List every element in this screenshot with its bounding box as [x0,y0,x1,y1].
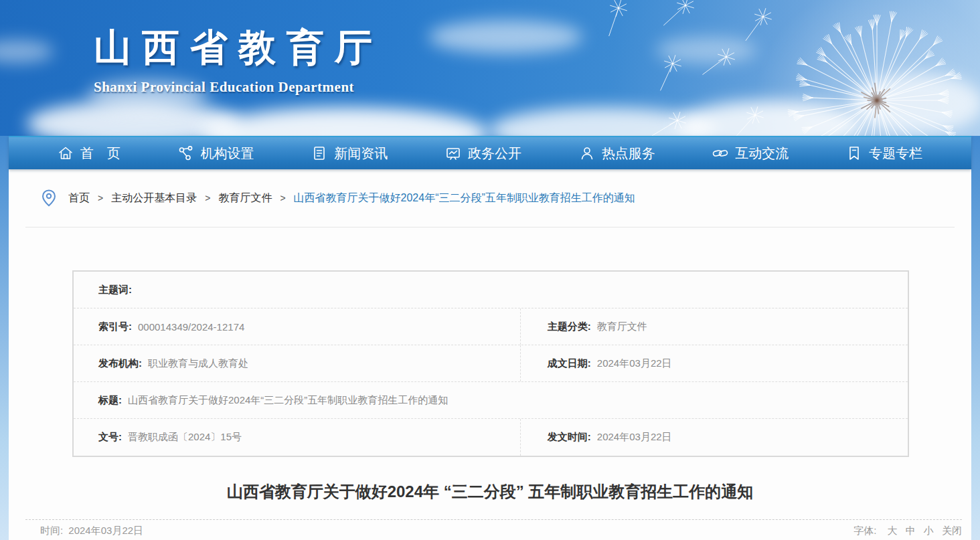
page-root: 山西省教育厅 Shanxi Provincial Education Depar… [0,0,980,540]
gov-affairs-board-icon [445,145,461,161]
meta-label: 发布机构: [98,357,142,370]
content-container: 首 页 机构设置 新闻资讯 政务公开 热点服务 [9,136,971,540]
meta-label: 标题: [98,394,122,407]
breadcrumb-catalog[interactable]: 主动公开基本目录 [111,191,197,205]
font-label: 字体: [853,525,876,536]
org-structure-icon [178,145,194,161]
meta-value: 2024年03月22日 [597,357,672,370]
meta-row-doc-number: 文号: 晋教职成函〔2024〕15号 发文时间: 2024年03月22日 [74,419,908,456]
font-size-large-button[interactable]: 大 [887,525,897,536]
header-banner: 山西省教育厅 Shanxi Provincial Education Depar… [0,0,980,136]
location-pin-icon [40,189,58,207]
meta-label: 主题分类: [548,321,591,333]
meta-row-index-number: 索引号: 000014349/2024-12174 主题分类: 教育厅文件 [74,308,908,345]
cloud-decor [428,20,582,54]
hot-services-person-icon [579,145,595,161]
meta-label: 发文时间: [548,431,591,444]
meta-value: 山西省教育厅关于做好2024年“三二分段”五年制职业教育招生工作的通知 [128,394,448,407]
meta-row-title: 标题: 山西省教育厅关于做好2024年“三二分段”五年制职业教育招生工作的通知 [74,382,908,419]
nav-item-home[interactable]: 首 页 [58,145,120,163]
meta-value: 2024年03月22日 [597,431,672,444]
meta-label: 文号: [98,431,122,444]
news-document-icon [311,145,327,161]
article-footer-bar: 时间: 2024年03月22日 字体: 大 中 小 关闭 [25,519,962,537]
site-logo[interactable]: 山西省教育厅 Shanxi Provincial Education Depar… [94,23,383,96]
nav-item-topics[interactable]: 专题专栏 [846,145,922,163]
close-button[interactable]: 关闭 [942,525,962,536]
breadcrumb-separator: > [98,193,103,203]
home-icon [58,145,74,161]
font-size-controls: 字体: 大 中 小 关闭 [853,525,962,537]
meta-value: 000014349/2024-12174 [138,321,244,333]
document-title: 山西省教育厅关于做好2024年 “三二分段” 五年制职业教育招生工作的通知 [35,481,945,503]
meta-value: 职业教育与成人教育处 [148,357,248,370]
time-label: 时间: [40,525,63,536]
site-title: 山西省教育厅 [94,23,383,74]
cloud-decor [0,40,54,63]
cloud-decor [201,107,489,136]
nav-item-news[interactable]: 新闻资讯 [311,145,388,163]
breadcrumb-separator: > [205,193,210,203]
site-title-english: Shanxi Provincial Education Department [94,79,383,96]
breadcrumb-divider [25,227,955,228]
meta-value: 教育厅文件 [597,321,647,333]
font-size-small-button[interactable]: 小 [924,525,934,536]
nav-item-interaction[interactable]: 互动交流 [712,145,789,163]
breadcrumb-home[interactable]: 首页 [68,191,90,205]
dandelion-illustration [578,0,980,136]
meta-label: 主题词: [98,284,132,296]
meta-row-subject-words: 主题词: [74,272,908,308]
meta-label: 索引号: [98,321,132,333]
meta-row-issuing-agency: 发布机构: 职业教育与成人教育处 成文日期: 2024年03月22日 [74,345,908,382]
breadcrumb-dept-files[interactable]: 教育厅文件 [218,191,272,205]
meta-label: 成文日期: [548,357,591,370]
time-value: 2024年03月22日 [68,525,143,536]
publish-time: 时间: 2024年03月22日 [40,525,143,537]
meta-value: 晋教职成函〔2024〕15号 [128,431,242,444]
breadcrumb-separator: > [280,193,285,203]
font-size-medium-button[interactable]: 中 [906,525,916,536]
nav-item-services[interactable]: 热点服务 [579,145,655,163]
special-topics-bookmark-icon [846,145,862,161]
main-nav: 首 页 机构设置 新闻资讯 政务公开 热点服务 [9,136,971,169]
breadcrumb-current-page[interactable]: 山西省教育厅关于做好2024年“三二分段”五年制职业教育招生工作的通知 [294,191,635,205]
breadcrumb: 首页 > 主动公开基本目录 > 教育厅文件 > 山西省教育厅关于做好2024年“… [9,169,971,227]
interaction-link-icon [712,145,728,161]
document-meta-table: 主题词: 索引号: 000014349/2024-12174 主题分类: 教育厅… [72,270,909,457]
nav-item-org[interactable]: 机构设置 [178,145,254,163]
nav-item-gov[interactable]: 政务公开 [445,145,521,163]
